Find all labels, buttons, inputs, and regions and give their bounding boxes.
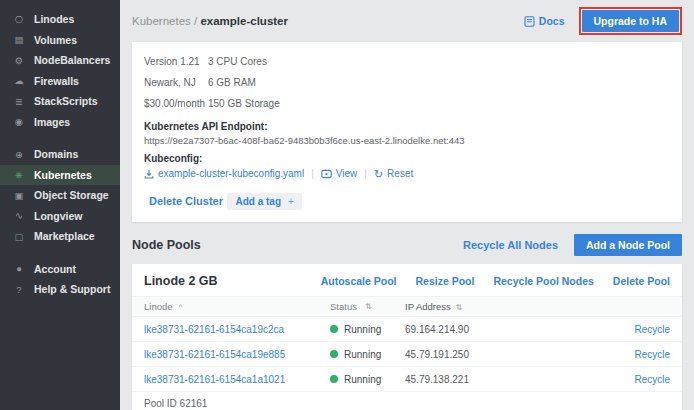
sidebar-item-firewalls[interactable]: ☁ Firewalls (0, 71, 120, 92)
status-running-icon (330, 375, 338, 383)
add-node-pool-button[interactable]: Add a Node Pool (574, 234, 682, 256)
resize-pool-link[interactable]: Resize Pool (416, 275, 475, 287)
node-link[interactable]: lke38731-62161-6154ca19c2ca (144, 324, 330, 335)
column-header-linode[interactable]: Linode ^ (144, 301, 330, 312)
column-label: Status (330, 301, 357, 312)
kubeconfig-view-link[interactable]: View (321, 168, 358, 179)
pool-table-header: Linode ^ Status ⇅ IP Address ⇅ (132, 296, 682, 317)
firewalls-icon: ☁ (13, 75, 25, 86)
sidebar-item-label: Volumes (34, 34, 77, 46)
help-icon: ? (13, 284, 25, 295)
node-status: Running (330, 324, 405, 335)
summary-storage: 150 GB Storage (208, 93, 670, 114)
sidebar-group-services: ⊕ Domains ⎈ Kubernetes ▣ Object Storage … (0, 144, 120, 247)
delete-pool-link[interactable]: Delete Pool (613, 275, 670, 287)
docs-label: Docs (539, 15, 565, 27)
status-label: Running (344, 349, 381, 360)
column-label: Linode (144, 301, 173, 312)
sidebar-item-label: Kubernetes (34, 169, 92, 181)
node-pool-card: Linode 2 GB Autoscale Pool Resize Pool R… (132, 264, 682, 410)
breadcrumb-current: example-cluster (200, 15, 288, 27)
kubeconfig-filename: example-cluster-kubeconfig.yaml (158, 168, 304, 179)
sidebar-item-nodebalancers[interactable]: ⚙ NodeBalancers (0, 50, 120, 71)
sidebar-item-label: Object Storage (34, 189, 109, 201)
node-ip: 45.79.191.250 (405, 349, 610, 360)
sidebar-item-volumes[interactable]: ▤ Volumes (0, 30, 120, 51)
domains-icon: ⊕ (13, 149, 25, 160)
recycle-pool-nodes-link[interactable]: Recycle Pool Nodes (493, 275, 593, 287)
node-ip: 69.164.214.90 (405, 324, 610, 335)
sidebar-item-account[interactable]: ● Account (0, 259, 120, 280)
node-status: Running (330, 349, 405, 360)
status-label: Running (344, 324, 381, 335)
column-header-ip[interactable]: IP Address ⇅ (405, 301, 610, 312)
kubeconfig-download-link[interactable]: example-cluster-kubeconfig.yaml (144, 168, 304, 179)
sidebar-item-help-support[interactable]: ? Help & Support (0, 279, 120, 300)
table-row: lke38731-62161-6154ca19e885 Running 45.7… (132, 342, 682, 367)
breadcrumb-section[interactable]: Kubernetes (132, 15, 191, 27)
column-header-status[interactable]: Status ⇅ (330, 301, 405, 312)
kubeconfig-actions: example-cluster-kubeconfig.yaml | View |… (144, 168, 670, 179)
reset-label: Reset (387, 168, 413, 179)
delete-cluster-link[interactable]: Delete Cluster (149, 195, 223, 207)
sidebar-item-linodes[interactable]: ⎔ Linodes (0, 9, 120, 30)
cluster-summary-card: Version 1.21 3 CPU Cores Newark, NJ 6 GB… (132, 42, 682, 222)
status-running-icon (330, 325, 338, 333)
sort-icon: ⇅ (455, 303, 462, 312)
longview-icon: ∿ (13, 210, 25, 221)
cluster-summary-grid: Version 1.21 3 CPU Cores Newark, NJ 6 GB… (144, 51, 670, 114)
sidebar-group-compute: ⎔ Linodes ▤ Volumes ⚙ NodeBalancers ☁ Fi… (0, 9, 120, 132)
plus-icon: + (288, 196, 294, 207)
page-header: Kubernetes / example-cluster Docs Upgrad… (132, 8, 682, 34)
sort-asc-icon: ^ (179, 302, 183, 311)
marketplace-icon: ▢ (13, 231, 25, 242)
node-pools-actions: Recycle All Nodes Add a Node Pool (463, 234, 682, 256)
sidebar-item-longview[interactable]: ∿ Longview (0, 206, 120, 227)
table-row: lke38731-62161-6154ca1a1021 Running 45.7… (132, 367, 682, 392)
sidebar-item-marketplace[interactable]: ▢ Marketplace (0, 226, 120, 247)
sidebar-item-domains[interactable]: ⊕ Domains (0, 144, 120, 165)
table-row: lke38731-62161-6154ca19c2ca Running 69.1… (132, 317, 682, 342)
breadcrumb: Kubernetes / example-cluster (132, 15, 288, 27)
pool-card-header: Linode 2 GB Autoscale Pool Resize Pool R… (132, 264, 682, 296)
sidebar-item-kubernetes[interactable]: ⎈ Kubernetes (0, 165, 120, 186)
separator: | (311, 168, 314, 179)
sidebar-item-label: Images (34, 116, 70, 128)
node-ip: 45.79.138.221 (405, 374, 610, 385)
sidebar-item-label: NodeBalancers (34, 54, 110, 66)
kubeconfig-label: Kubeconfig: (144, 153, 670, 164)
summary-ram: 6 GB RAM (208, 72, 670, 93)
object-storage-icon: ▣ (13, 190, 25, 201)
recycle-node-link[interactable]: Recycle (610, 374, 670, 385)
sidebar-item-object-storage[interactable]: ▣ Object Storage (0, 185, 120, 206)
separator: | (364, 168, 367, 179)
recycle-node-link[interactable]: Recycle (610, 324, 670, 335)
autoscale-pool-link[interactable]: Autoscale Pool (321, 275, 397, 287)
summary-price: $30.00/month (144, 93, 208, 114)
summary-version: Version 1.21 (144, 51, 208, 72)
node-link[interactable]: lke38731-62161-6154ca1a1021 (144, 374, 330, 385)
api-endpoint-url: https://9e2a7307-b6ac-408f-ba62-9483b0b3… (144, 135, 670, 146)
add-tag-button[interactable]: Add a tag + (227, 193, 301, 210)
pool-name: Linode 2 GB (144, 274, 218, 288)
kubernetes-icon: ⎈ (13, 169, 25, 181)
node-pools-title: Node Pools (132, 238, 201, 252)
sidebar-item-label: Firewalls (34, 75, 79, 87)
docs-link[interactable]: Docs (524, 15, 565, 27)
recycle-all-nodes-link[interactable]: Recycle All Nodes (463, 239, 558, 251)
reset-icon: ↻ (374, 169, 383, 179)
sidebar-item-label: Account (34, 263, 76, 275)
nodebalancers-icon: ⚙ (13, 55, 25, 66)
upgrade-to-ha-button[interactable]: Upgrade to HA (582, 10, 680, 32)
sidebar-item-label: StackScripts (34, 95, 98, 107)
sidebar-item-label: Longview (34, 210, 82, 222)
node-link[interactable]: lke38731-62161-6154ca19e885 (144, 349, 330, 360)
sidebar-item-images[interactable]: ◉ Images (0, 112, 120, 133)
sidebar-item-stackscripts[interactable]: ≣ StackScripts (0, 91, 120, 112)
node-pools-header: Node Pools Recycle All Nodes Add a Node … (132, 234, 682, 256)
node-status: Running (330, 374, 405, 385)
kubeconfig-reset-link[interactable]: ↻ Reset (374, 168, 413, 179)
recycle-node-link[interactable]: Recycle (610, 349, 670, 360)
pool-action-links: Autoscale Pool Resize Pool Recycle Pool … (321, 275, 670, 287)
status-label: Running (344, 374, 381, 385)
